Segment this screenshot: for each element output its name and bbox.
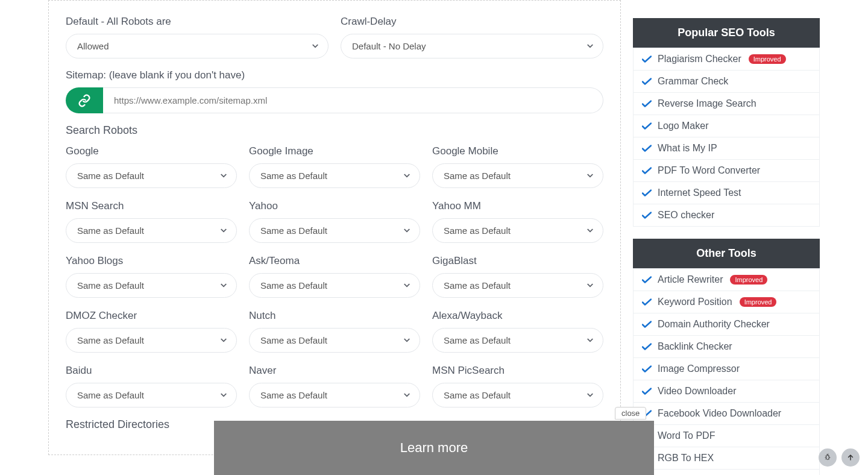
other-item-1[interactable]: Keyword PositionImproved (634, 291, 819, 313)
check-icon (642, 343, 652, 351)
popular-item-5[interactable]: PDF To Word Converter (634, 160, 819, 182)
robot-label: Baidu (66, 365, 237, 377)
sitemap-input[interactable] (103, 87, 603, 113)
robot-select-0[interactable]: Same as Default (66, 163, 237, 188)
check-icon (642, 189, 652, 197)
robot-select-14[interactable]: Same as Default (432, 383, 603, 407)
select-value: Same as Default (249, 328, 420, 353)
robot-select-9[interactable]: Same as Default (66, 328, 237, 353)
popular-item-4[interactable]: What is My IP (634, 137, 819, 160)
tool-label: Grammar Check (658, 76, 728, 87)
check-icon (642, 365, 652, 373)
robot-label: Google Mobile (432, 145, 603, 157)
tool-label: Image Compressor (658, 363, 740, 374)
robot-select-5[interactable]: Same as Default (432, 218, 603, 243)
robots-form: Default - All Robots are Allowed Crawl-D… (48, 0, 621, 455)
robot-label: Yahoo Blogs (66, 255, 237, 267)
robot-label: GigaBlast (432, 255, 603, 267)
tool-label: Word To PDF (658, 430, 715, 441)
popular-tools-header: Popular SEO Tools (633, 18, 820, 48)
popular-item-7[interactable]: SEO checker (634, 204, 819, 226)
select-value: Same as Default (249, 163, 420, 188)
popular-item-2[interactable]: Reverse Image Search (634, 93, 819, 115)
close-ad-button[interactable]: close (615, 407, 646, 420)
robot-select-1[interactable]: Same as Default (249, 163, 420, 188)
search-robots-heading: Search Robots (66, 124, 603, 137)
tool-label: Facebook Video Downloader (658, 408, 781, 419)
bottom-banner[interactable]: Learn more (214, 421, 654, 475)
banner-text: Learn more (400, 440, 468, 456)
check-icon (642, 55, 652, 63)
improved-badge: Improved (749, 54, 786, 64)
select-value: Same as Default (249, 383, 420, 407)
check-icon (642, 212, 652, 219)
check-icon (642, 122, 652, 130)
select-value: Same as Default (249, 273, 420, 298)
robot-label: Naver (249, 365, 420, 377)
select-value: Same as Default (432, 383, 603, 407)
select-value: Same as Default (432, 163, 603, 188)
robot-select-12[interactable]: Same as Default (66, 383, 237, 407)
other-item-4[interactable]: Image Compressor (634, 358, 819, 380)
check-icon (642, 276, 652, 284)
other-item-9[interactable]: Image Resizer (634, 470, 819, 475)
check-icon (642, 145, 652, 153)
other-item-8[interactable]: RGB To HEX (634, 447, 819, 470)
robot-label: MSN Search (66, 200, 237, 212)
improved-badge: Improved (740, 297, 777, 307)
select-value: Default - No Delay (341, 34, 603, 58)
popular-item-0[interactable]: Plagiarism CheckerImproved (634, 48, 819, 71)
link-icon (66, 87, 103, 113)
robot-select-10[interactable]: Same as Default (249, 328, 420, 353)
robot-label: Google Image (249, 145, 420, 157)
select-value: Same as Default (66, 273, 237, 298)
other-item-7[interactable]: Word To PDF (634, 425, 819, 447)
scroll-top-button[interactable] (841, 448, 860, 467)
other-item-0[interactable]: Article RewriterImproved (634, 269, 819, 291)
robot-select-3[interactable]: Same as Default (66, 218, 237, 243)
select-value: Same as Default (432, 273, 603, 298)
select-value: Same as Default (66, 218, 237, 243)
tool-label: What is My IP (658, 143, 717, 154)
tool-label: Video Downloader (658, 386, 736, 397)
robot-select-2[interactable]: Same as Default (432, 163, 603, 188)
tool-label: SEO checker (658, 210, 714, 221)
tool-label: Article Rewriter (658, 274, 723, 285)
tool-label: PDF To Word Converter (658, 165, 760, 176)
other-item-3[interactable]: Backlink Checker (634, 336, 819, 358)
check-icon (642, 100, 652, 108)
other-tools-header: Other Tools (633, 239, 820, 268)
robot-select-7[interactable]: Same as Default (249, 273, 420, 298)
robot-select-8[interactable]: Same as Default (432, 273, 603, 298)
other-item-6[interactable]: Facebook Video Downloader (634, 403, 819, 425)
select-value: Same as Default (66, 383, 237, 407)
robot-label: MSN PicSearch (432, 365, 603, 377)
robot-select-4[interactable]: Same as Default (249, 218, 420, 243)
select-value: Same as Default (432, 218, 603, 243)
other-item-2[interactable]: Domain Authority Checker (634, 313, 819, 336)
sitemap-label: Sitemap: (leave blank if you don't have) (66, 69, 603, 81)
select-value: Same as Default (249, 218, 420, 243)
crawl-delay-label: Crawl-Delay (341, 16, 603, 28)
select-value: Same as Default (66, 163, 237, 188)
tool-label: Domain Authority Checker (658, 319, 770, 330)
robot-label: Ask/Teoma (249, 255, 420, 267)
popular-item-1[interactable]: Grammar Check (634, 71, 819, 93)
select-value: Allowed (66, 34, 329, 58)
robot-label: Google (66, 145, 237, 157)
popular-item-6[interactable]: Internet Speed Test (634, 182, 819, 204)
tool-label: RGB To HEX (658, 453, 714, 464)
robot-select-11[interactable]: Same as Default (432, 328, 603, 353)
bug-report-button[interactable] (819, 448, 837, 467)
robot-select-13[interactable]: Same as Default (249, 383, 420, 407)
check-icon (642, 298, 652, 306)
crawl-delay-select[interactable]: Default - No Delay (341, 34, 603, 58)
check-icon (642, 388, 652, 395)
tool-label: Logo Maker (658, 121, 709, 131)
default-robots-select[interactable]: Allowed (66, 34, 329, 58)
robot-label: DMOZ Checker (66, 310, 237, 322)
popular-item-3[interactable]: Logo Maker (634, 115, 819, 137)
other-item-5[interactable]: Video Downloader (634, 380, 819, 403)
robot-select-6[interactable]: Same as Default (66, 273, 237, 298)
robot-label: Yahoo MM (432, 200, 603, 212)
